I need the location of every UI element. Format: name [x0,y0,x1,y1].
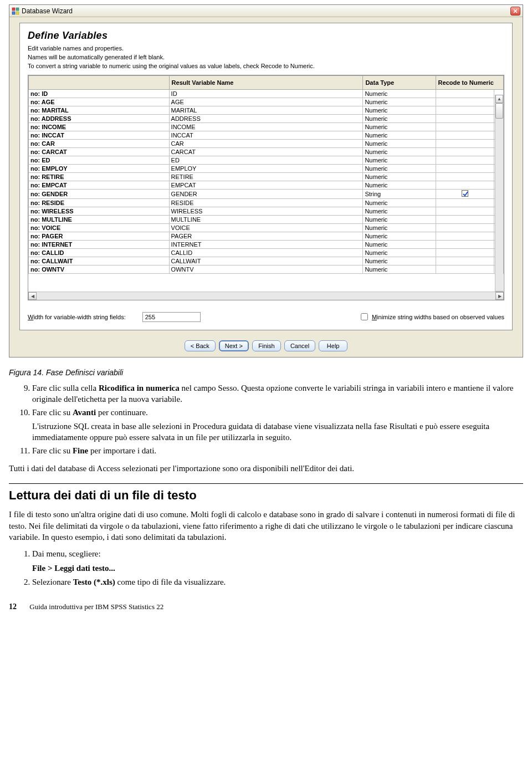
cell-source[interactable]: no: MULTLINE [29,216,170,224]
cell-data-type[interactable]: Numeric [363,148,436,156]
cell-recode[interactable] [436,241,494,249]
width-input[interactable] [142,312,201,322]
cell-result-name[interactable]: MARITAL [169,106,363,115]
table-row[interactable]: no: EDEDNumeric [29,156,504,165]
cell-data-type[interactable]: String [363,190,436,199]
cell-data-type[interactable]: Numeric [363,257,436,265]
cell-data-type[interactable]: Numeric [363,181,436,190]
table-row[interactable]: no: GENDERGENDERString [29,190,504,199]
cell-recode[interactable] [436,216,494,224]
cell-source[interactable]: no: WIRELESS [29,207,170,216]
cell-result-name[interactable]: VOICE [169,224,363,232]
cell-result-name[interactable]: EMPCAT [169,181,363,190]
cell-recode[interactable] [436,140,494,148]
table-row[interactable]: no: WIRELESSWIRELESSNumeric [29,207,504,216]
cell-source[interactable]: no: ID [29,90,170,98]
close-button[interactable] [510,7,520,16]
cell-recode[interactable] [436,265,494,274]
cell-data-type[interactable]: Numeric [363,131,436,140]
table-row[interactable]: no: CARCARNumeric [29,140,504,148]
cell-data-type[interactable]: Numeric [363,265,436,274]
table-row[interactable]: no: AGEAGENumeric [29,98,504,106]
vertical-scrollbar[interactable]: ▲ ▼ [495,95,503,299]
col-data-type[interactable]: Data Type [363,76,436,90]
cell-recode[interactable] [436,199,494,207]
table-row[interactable]: no: ADDRESSADDRESSNumeric [29,115,504,123]
cell-result-name[interactable]: EMPLOY [169,165,363,173]
cell-source[interactable]: no: CAR [29,140,170,148]
cell-data-type[interactable]: Numeric [363,173,436,181]
cell-result-name[interactable]: ID [169,90,363,98]
next-button[interactable]: Next > [219,340,249,351]
cell-recode[interactable] [436,106,494,115]
cell-source[interactable]: no: EMPCAT [29,181,170,190]
cell-source[interactable]: no: CALLID [29,249,170,257]
cell-data-type[interactable]: Numeric [363,241,436,249]
cell-source[interactable]: no: CALLWAIT [29,257,170,265]
cell-source[interactable]: no: RETIRE [29,173,170,181]
cell-recode[interactable] [436,98,494,106]
col-recode[interactable]: Recode to Numeric [436,76,503,90]
cell-data-type[interactable]: Numeric [363,224,436,232]
cell-source[interactable]: no: GENDER [29,190,170,199]
minimize-widths-checkbox[interactable] [361,313,368,320]
cell-data-type[interactable]: Numeric [363,115,436,123]
cell-recode[interactable] [436,131,494,140]
cell-data-type[interactable]: Numeric [363,123,436,131]
cell-result-name[interactable]: PAGER [169,232,363,241]
cell-recode[interactable] [436,181,494,190]
cell-data-type[interactable]: Numeric [363,98,436,106]
table-row[interactable]: no: OWNTVOWNTVNumeric [29,265,504,274]
cell-source[interactable]: no: AGE [29,98,170,106]
help-button[interactable]: Help [319,340,347,351]
cell-recode[interactable] [436,224,494,232]
cell-result-name[interactable]: CARCAT [169,148,363,156]
cell-recode[interactable] [436,257,494,265]
cell-recode[interactable] [436,148,494,156]
cell-result-name[interactable]: WIRELESS [169,207,363,216]
variables-grid[interactable]: Result Variable Name Data Type Recode to… [28,75,504,300]
cell-recode[interactable] [436,249,494,257]
cell-source[interactable]: no: RESIDE [29,199,170,207]
table-row[interactable]: no: RESIDERESIDENumeric [29,199,504,207]
cell-recode[interactable] [436,123,494,131]
table-row[interactable]: no: PAGERPAGERNumeric [29,232,504,241]
cell-result-name[interactable]: ED [169,156,363,165]
cell-source[interactable]: no: VOICE [29,224,170,232]
cell-result-name[interactable]: CALLID [169,249,363,257]
cell-result-name[interactable]: MULTLINE [169,216,363,224]
table-row[interactable]: no: INCCATINCCATNumeric [29,131,504,140]
cell-result-name[interactable]: GENDER [169,190,363,199]
cell-source[interactable]: no: ED [29,156,170,165]
cell-recode[interactable] [436,207,494,216]
cell-recode[interactable] [436,156,494,165]
table-row[interactable]: no: EMPLOYEMPLOYNumeric [29,165,504,173]
cell-data-type[interactable]: Numeric [363,249,436,257]
back-button[interactable]: < Back [185,340,216,351]
scroll-up-icon[interactable]: ▲ [495,95,503,103]
cell-result-name[interactable]: AGE [169,98,363,106]
cell-result-name[interactable]: INCOME [169,123,363,131]
cell-result-name[interactable]: RETIRE [169,173,363,181]
cell-source[interactable]: no: ADDRESS [29,115,170,123]
cell-recode[interactable] [436,90,494,98]
cell-source[interactable]: no: EMPLOY [29,165,170,173]
cell-result-name[interactable]: OWNTV [169,265,363,274]
cell-source[interactable]: no: MARITAL [29,106,170,115]
cell-data-type[interactable]: Numeric [363,106,436,115]
table-row[interactable]: no: MARITALMARITALNumeric [29,106,504,115]
cell-result-name[interactable]: INCCAT [169,131,363,140]
cell-recode[interactable] [436,115,494,123]
scrollbar-thumb[interactable] [495,103,503,119]
cell-recode[interactable] [436,165,494,173]
finish-button[interactable]: Finish [252,340,281,351]
cell-source[interactable]: no: CARCAT [29,148,170,156]
cell-result-name[interactable]: RESIDE [169,199,363,207]
cell-result-name[interactable]: INTERNET [169,241,363,249]
table-row[interactable]: no: CALLIDCALLIDNumeric [29,249,504,257]
cell-data-type[interactable]: Numeric [363,199,436,207]
table-row[interactable]: no: RETIRERETIRENumeric [29,173,504,181]
cell-source[interactable]: no: OWNTV [29,265,170,274]
table-row[interactable]: no: MULTLINEMULTLINENumeric [29,216,504,224]
cell-data-type[interactable]: Numeric [363,156,436,165]
